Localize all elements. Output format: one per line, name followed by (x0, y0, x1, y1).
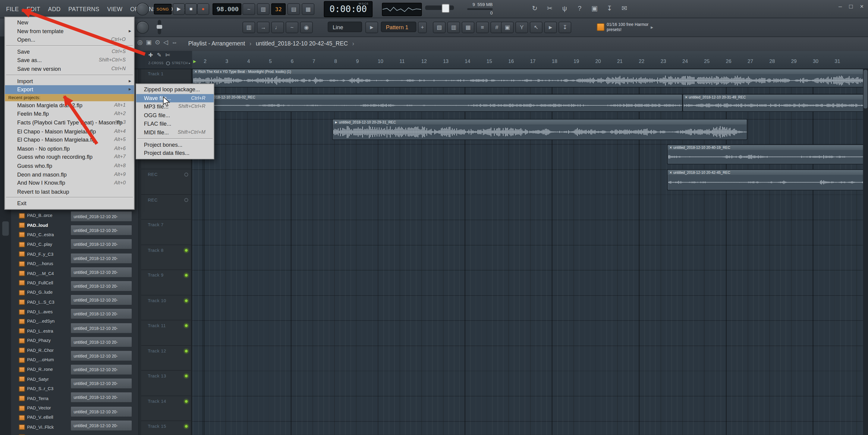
browser-item-pad-l-estra[interactable]: PAD_L..estra (19, 326, 55, 336)
menu-item-project-bones[interactable]: Project bones... (136, 140, 214, 149)
menubar-file[interactable]: FILE (2, 5, 23, 12)
menu-item-and-now-i-know-flp[interactable]: And Now I Know.flpAlt+0 (5, 179, 134, 188)
stop-button[interactable]: ■ (185, 3, 197, 15)
tempo-display[interactable]: 98.000 (213, 3, 241, 15)
audio-clip[interactable]: ► untitled_2018-12-10 20-29-31_REC (332, 119, 747, 140)
browser-item-pad-g-lude[interactable]: PAD_G..lude (19, 288, 55, 297)
play-button[interactable]: ▶ (173, 3, 185, 15)
mixer-view-icon[interactable]: ≡ (476, 22, 489, 33)
track-header-5[interactable]: REC (141, 169, 191, 195)
stretch-label[interactable]: STRETCH (172, 62, 188, 65)
backup-file-3[interactable]: untitled_2018-12-10 20- (70, 239, 132, 250)
playback-tool-icon[interactable]: ► (544, 22, 557, 33)
playlist-nav-icon[interactable]: ⇔ (172, 39, 178, 46)
slicer-tool-icon[interactable]: Y (516, 22, 528, 33)
menu-item-maison-margiela-draft-2-flp[interactable]: Maison Margiela draft 2.flpAlt+1 (5, 101, 134, 110)
slice-tool-icon[interactable]: ✄ (165, 52, 170, 58)
countdown-icon[interactable]: ◉ (300, 22, 313, 33)
browser-item-pad-l-aves[interactable]: PAD_L..aves (19, 307, 55, 316)
backup-file-4[interactable]: untitled_2018-12-10 20- (70, 253, 132, 264)
track-header-11[interactable]: Track 11 (141, 320, 191, 345)
menu-item-guess-who-flp[interactable]: Guess who.flpAlt+8 (5, 162, 134, 170)
maximize-icon[interactable]: □ (849, 3, 852, 9)
backup-file-9[interactable]: untitled_2018-12-10 20- (70, 322, 132, 333)
playhead-marker[interactable]: ▶ (193, 59, 196, 64)
metronome-icon[interactable]: ♩ (271, 22, 284, 33)
menu-item-zipped-loop-package[interactable]: Zipped loop package... (136, 85, 214, 94)
record-button[interactable]: ● (197, 3, 209, 15)
step-edit-icon[interactable]: → (257, 22, 270, 33)
playlist-marker-icon[interactable]: ▣ (146, 39, 152, 46)
vertical-slider[interactable] (158, 20, 161, 34)
save-icon[interactable]: ▣ (588, 3, 600, 14)
menu-item-el-chapo-maison-margielaa-flp[interactable]: El Chapo - Maison Margielaa.flpAlt+4 (5, 127, 134, 136)
track-header-6[interactable]: REC (141, 195, 191, 220)
browser-item-pad-r-rone[interactable]: PAD_R..rone (19, 365, 55, 374)
browser-item-pad-c-estra[interactable]: PAD_C..estra (19, 230, 55, 240)
timeline-ruler[interactable]: ▶ 23456789101112131415161718192021222324… (192, 51, 868, 69)
add-pattern-button[interactable]: + (418, 22, 427, 33)
menu-item-facts-playboi-carti-type-beat-mason-flp[interactable]: Facts (Playboi Carti Type Beat) - Mason.… (5, 119, 134, 127)
backup-file-1[interactable]: untitled_2018-12-10 20- (70, 211, 132, 222)
recycle-icon[interactable]: ↻ (529, 3, 541, 14)
track-header-12[interactable]: Track 12 (141, 345, 191, 371)
menu-item-exit[interactable]: Exit (5, 199, 134, 208)
browser-item-pad-m-c4[interactable]: PAD_...M_C4 (19, 268, 55, 278)
menu-item-ogg-file[interactable]: OGG file... (136, 111, 214, 120)
song-mode-switch[interactable]: SONG (154, 4, 172, 14)
browser-item-pad-phazy[interactable]: PAD_Phazy (19, 336, 55, 345)
menu-item-wave-file[interactable]: Wave file...Ctrl+R (136, 94, 214, 102)
menu-item-new[interactable]: New (5, 19, 134, 27)
browser-item-pad-c-play[interactable]: PAD_C..play (19, 240, 55, 249)
menubar-edit[interactable]: EDIT (23, 5, 44, 12)
mic-icon[interactable]: ψ (558, 3, 570, 14)
browser-item-pad-f-y-c3[interactable]: PAD_F..y_C3 (19, 249, 55, 259)
menu-item-flac-file[interactable]: FLAC file... (136, 120, 214, 128)
playlist-view-icon[interactable]: ▧ (433, 22, 445, 33)
snap-play-icon[interactable]: ► (365, 22, 378, 33)
clipboard-icon[interactable]: ▣ (501, 22, 514, 33)
menu-item-open[interactable]: Open...Ctrl+O (5, 36, 134, 44)
track-header-14[interactable]: Track 14 (141, 396, 191, 421)
backup-file-8[interactable]: untitled_2018-12-10 20- (70, 308, 132, 320)
menu-item-project-data-files[interactable]: Project data files... (136, 149, 214, 158)
pitch-wave-icon[interactable]: ~ (242, 3, 255, 15)
track-header-15[interactable]: Track 15 (141, 421, 191, 435)
browser-item-pad-b-orce[interactable]: PAD_B..orce (19, 211, 55, 221)
help-icon[interactable]: ? (574, 3, 586, 14)
browser-item-pad-fullcell[interactable]: PAD_FullCell (19, 278, 55, 288)
browser-item-pad-r-chor[interactable]: PAD_R..Chor (19, 345, 55, 355)
backup-file-13[interactable]: untitled_2018-12-10 20- (70, 378, 132, 389)
track-header-10[interactable]: Track 10 (141, 295, 191, 321)
track-active-led[interactable] (184, 425, 188, 428)
menu-item-revert-to-last-backup[interactable]: Revert to last backup (5, 188, 134, 196)
backup-file-6[interactable]: untitled_2018-12-10 20- (70, 280, 132, 292)
track-header-8[interactable]: Track 8 (141, 245, 191, 270)
export-icon[interactable]: ↧ (603, 3, 615, 14)
backup-file-15[interactable]: untitled_2018-12-10 20- (70, 406, 132, 417)
track-active-led[interactable] (184, 248, 188, 252)
track-header-13[interactable]: Track 13 (141, 371, 191, 396)
browser-item-pad-s-r-c3[interactable]: PAD_S..r_C3 (19, 384, 55, 394)
menubar-view[interactable]: VIEW (103, 5, 126, 12)
playlist-focus-icon[interactable]: ◎ (137, 39, 143, 46)
menu-item-save-new-version[interactable]: Save new versionCtrl+N (5, 65, 134, 73)
move-tool-icon[interactable]: ✚ (148, 52, 153, 58)
select-tool-icon[interactable]: ↖ (530, 22, 542, 33)
browser-item-pad-terra[interactable]: PAD_Terra (19, 394, 55, 403)
audio-clip[interactable]: ✕ Rich The Kid x YG Type Beat - Moonligh… (192, 69, 868, 87)
audio-clip[interactable]: ✕ untitled_2018-12-10 20-31-49_REC (683, 94, 868, 111)
main-volume-knob[interactable] (136, 3, 149, 15)
pencil-tool-icon[interactable]: ✎ (157, 52, 161, 58)
browser-item-pad-ohum[interactable]: PAD_...oHum (19, 355, 55, 365)
track-active-led[interactable] (184, 349, 188, 353)
stretch-arrow-icon[interactable]: ▸ (189, 62, 191, 65)
playlist-zoom-icon[interactable]: ⊙ (155, 39, 160, 46)
menu-item-mp3-file[interactable]: MP3 file...Shift+Ctrl+R (136, 102, 214, 111)
playlist-grid[interactable]: ✕ Rich The Kid x YG Type Beat - Moonligh… (192, 69, 868, 435)
menu-item-save[interactable]: SaveCtrl+S (5, 47, 134, 56)
audio-clip[interactable]: ✕ untitled_2018-12-10 20-08-02_REC (192, 94, 682, 111)
audio-clip[interactable]: ✕ untitled_2018-12-10 20-40-19_REC (667, 144, 868, 164)
playlist-preview-icon[interactable]: ◁ (163, 39, 168, 46)
scissors-icon[interactable]: ✂ (544, 3, 556, 14)
